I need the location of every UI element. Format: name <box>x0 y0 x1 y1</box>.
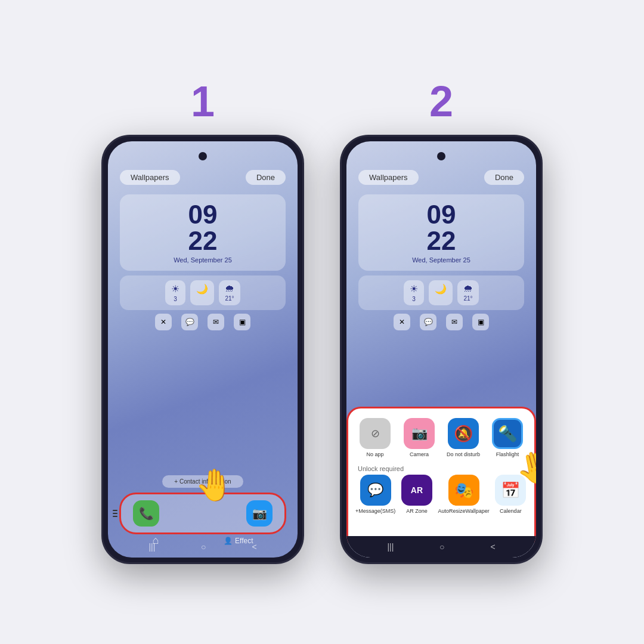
clock-time-1: 0922 <box>129 202 276 254</box>
clock-widget-2: 0922 Wed, September 25 <box>358 194 524 271</box>
weather-temp-1: 21° <box>225 295 234 302</box>
no-app-label: No app <box>366 451 383 458</box>
clock-time-2: 0922 <box>368 202 515 254</box>
app-dot-3: ✉ <box>208 314 224 330</box>
app-dot-5: ✕ <box>394 314 410 330</box>
app-dot-1: ✕ <box>155 314 172 330</box>
top-bar-2: Wallpapers Done <box>346 165 536 190</box>
app-item-dnd[interactable]: 🔕 Do not disturb <box>444 418 483 458</box>
app-dot-4: ▣ <box>234 314 250 330</box>
app-item-ar[interactable]: AR AR Zone <box>400 475 433 515</box>
home-nav-1[interactable]: ○ <box>201 542 206 552</box>
weather-item-moon-1: 🌙 <box>190 280 214 305</box>
rain-icon-2: 🌧 <box>463 283 473 294</box>
recent-nav-2[interactable]: < <box>490 542 495 552</box>
clock-date-2: Wed, September 25 <box>368 256 515 264</box>
resize-app-label: AutoResizeWallpaper <box>438 508 490 515</box>
clock-widget-1: 0922 Wed, September 25 <box>120 194 286 271</box>
weather-item-sun-1: ☀ 3 <box>165 280 185 305</box>
phone-1: Wallpapers Done 0922 Wed, September 25 ☀… <box>101 135 304 564</box>
weather-temp-sun-1: 3 <box>174 296 177 302</box>
dnd-app-label: Do not disturb <box>447 451 480 458</box>
rain-icon-1: 🌧 <box>225 283 234 294</box>
shimmer-lines <box>113 508 117 519</box>
app-item-resize[interactable]: 🎭 AutoResizeWallpaper <box>438 475 490 515</box>
dnd-app-icon: 🔕 <box>448 418 479 449</box>
top-bar-1: Wallpapers Done <box>108 165 298 190</box>
app-item-noapp[interactable]: ⊘ No app <box>355 418 395 458</box>
camera-hole-1 <box>199 152 207 160</box>
camera-app-label: Camera <box>410 451 429 458</box>
app-dock-row-1: ✕ 💬 ✉ ▣ <box>120 314 286 330</box>
step-1-number: 1 <box>191 80 215 123</box>
phone-1-screen: Wallpapers Done 0922 Wed, September 25 ☀… <box>108 141 298 558</box>
app-dot-2: 💬 <box>181 314 198 330</box>
weather-item-moon-2: 🌙 <box>429 280 453 305</box>
main-container: 1 Wallpapers Done 0922 Wed, September 25… <box>78 56 566 588</box>
calendar-app-label: Calendar <box>500 508 522 515</box>
ar-app-icon: AR <box>401 475 432 506</box>
weather-item-rain-2: 🌧 21° <box>457 280 479 305</box>
ar-app-label: AR Zone <box>406 508 428 515</box>
no-app-icon: ⊘ <box>360 418 391 449</box>
camera-hole-2 <box>437 152 445 160</box>
weather-bar-1: ☀ 3 🌙 🌧 21° <box>120 275 286 310</box>
back-nav-1[interactable]: ||| <box>148 542 155 552</box>
weather-num-2: 3 <box>412 296 416 302</box>
flashlight-app-icon: 🔦 <box>492 418 523 449</box>
shimmer-line-1 <box>113 510 117 511</box>
weather-bar-2: ☀ 3 🌙 🌧 21° <box>358 275 524 310</box>
nav-bar-1: ||| ○ < <box>108 536 298 558</box>
app-dot-6: 💬 <box>420 314 436 330</box>
weather-temp-2: 21° <box>463 295 472 302</box>
app-dot-8: ▣ <box>472 314 489 330</box>
app-item-msg[interactable]: 💬 +Message(SMS) <box>355 475 395 515</box>
back-nav-2[interactable]: ||| <box>387 542 394 552</box>
camera-dock-icon[interactable]: 📷 <box>246 500 273 527</box>
app-item-camera[interactable]: 📷 Camera <box>400 418 439 458</box>
wallpapers-btn-2[interactable]: Wallpapers <box>358 170 419 185</box>
app-picker: ⊘ No app 📷 Camera 🔕 Do not disturb � <box>346 407 536 558</box>
moon-icon-2: 🌙 <box>435 283 447 295</box>
wallpapers-btn-1[interactable]: Wallpapers <box>120 170 180 185</box>
sun-icon-2: ☀ <box>410 283 418 295</box>
app-dock-row-2: ✕ 💬 ✉ ▣ <box>358 314 524 330</box>
weather-item-rain-1: 🌧 21° <box>219 280 240 305</box>
phone-dock-icon[interactable]: 📞 <box>133 500 159 527</box>
nav-bar-2: ||| ○ < <box>346 536 536 558</box>
shimmer-line-2 <box>113 513 117 514</box>
sun-icon-1: ☀ <box>171 283 179 295</box>
resize-app-icon: 🎭 <box>448 475 479 506</box>
clock-date-1: Wed, September 25 <box>129 256 276 264</box>
camera-app-icon: 📷 <box>404 418 435 449</box>
phone-bottom-bar-1: + Contact information 📞 📷 🤚 <box>108 480 298 558</box>
shimmer-line-3 <box>113 516 117 517</box>
done-btn-2[interactable]: Done <box>484 170 524 185</box>
app-dot-7: ✉ <box>446 314 463 330</box>
step-2: 2 Wallpapers Done 0922 Wed, September 25… <box>340 80 543 564</box>
phone-2-screen: Wallpapers Done 0922 Wed, September 25 ☀… <box>346 141 536 558</box>
recent-nav-1[interactable]: < <box>252 542 256 552</box>
moon-icon-1: 🌙 <box>196 283 208 295</box>
msg-app-label: +Message(SMS) <box>355 508 395 515</box>
msg-app-icon: 💬 <box>360 475 391 506</box>
app-grid-row1: ⊘ No app 📷 Camera 🔕 Do not disturb � <box>355 418 527 458</box>
step-2-number: 2 <box>429 80 453 123</box>
hand-cursor-1: 🤚 <box>195 467 234 503</box>
done-btn-1[interactable]: Done <box>246 170 286 185</box>
home-nav-2[interactable]: ○ <box>439 542 444 552</box>
weather-item-sun-2: ☀ 3 <box>404 280 424 305</box>
unlock-required-label: Unlock required <box>358 465 525 472</box>
app-grid-row2: 💬 +Message(SMS) AR AR Zone 🎭 AutoResizeW… <box>355 475 527 515</box>
phone-2: Wallpapers Done 0922 Wed, September 25 ☀… <box>340 135 543 564</box>
step-1: 1 Wallpapers Done 0922 Wed, September 25… <box>101 80 304 564</box>
